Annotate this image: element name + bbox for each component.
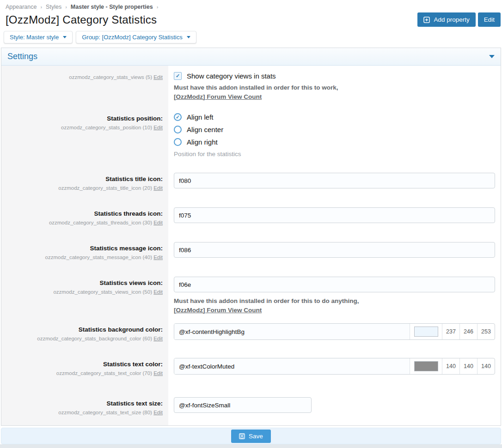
- breadcrumb-appearance[interactable]: Appearance: [6, 4, 37, 10]
- property-row-title-icon: Statistics title icon: ozzmodz_category_…: [1, 168, 501, 202]
- property-label-cell: Statistics text size: ozzmodz_category_s…: [1, 387, 168, 425]
- breadcrumb-current[interactable]: Master style - Style properties: [71, 4, 153, 10]
- text-color-input[interactable]: [174, 358, 410, 374]
- checkbox-checked-icon[interactable]: ✓: [174, 72, 182, 80]
- rgb-red-value: 140: [442, 358, 459, 374]
- property-control-cell: [168, 168, 501, 202]
- add-property-button[interactable]: Add property: [417, 12, 475, 27]
- text-size-input[interactable]: [174, 397, 312, 413]
- radio-label: Align center: [187, 126, 223, 133]
- property-row-text-color: Statistics text color: ozzmodz_category_…: [1, 353, 501, 387]
- property-title: Statistics text size:: [7, 400, 163, 407]
- show-views-checkbox-option[interactable]: ✓ Show category views in stats: [174, 72, 495, 80]
- background-color-input[interactable]: [174, 324, 410, 339]
- property-name: ozzmodz_category_stats_views (5): [69, 74, 152, 80]
- forum-view-count-link[interactable]: [OzzModz] Forum View Count: [174, 307, 262, 314]
- property-edit-link[interactable]: Edit: [153, 74, 163, 80]
- group-selector[interactable]: Group: [OzzModz] Category Statistics: [76, 31, 196, 43]
- style-properties-page: Appearance › Styles › Master style - Sty…: [0, 0, 502, 448]
- color-swatch[interactable]: [414, 361, 438, 371]
- breadcrumb-separator: ›: [65, 4, 67, 10]
- property-control-cell: [168, 387, 501, 425]
- property-row-threads-icon: Statistics threads icon: ozzmodz_categor…: [1, 202, 501, 237]
- property-edit-link[interactable]: Edit: [153, 254, 163, 260]
- color-swatch-cell[interactable]: [410, 324, 442, 339]
- radio-option-align-left[interactable]: ✓ Align left: [174, 113, 495, 121]
- radio-option-align-right[interactable]: Align right: [174, 138, 495, 146]
- rgb-blue-value: 253: [477, 324, 495, 339]
- rgb-blue-value: 140: [477, 358, 495, 374]
- settings-title: Settings: [7, 52, 37, 61]
- edit-button[interactable]: Edit: [478, 12, 501, 27]
- save-button-label: Save: [249, 433, 263, 440]
- property-edit-link[interactable]: Edit: [153, 125, 163, 130]
- save-button[interactable]: Save: [231, 430, 271, 443]
- property-title: Statistics views icon:: [7, 279, 163, 286]
- property-label-cell: Statistics background color: ozzmodz_cat…: [1, 318, 168, 353]
- rgb-green-value: 140: [459, 358, 477, 374]
- settings-block-header[interactable]: Settings: [1, 48, 501, 66]
- footer-save-bar: Save: [1, 428, 501, 444]
- property-control-cell: ✓ Align left Align center Align right Po…: [168, 107, 501, 168]
- hint-text: Must have this addon installed in order …: [174, 297, 359, 304]
- property-title: Statistics message icon:: [7, 245, 163, 252]
- radio-unchecked-icon[interactable]: [174, 138, 182, 146]
- property-row-background-color: Statistics background color: ozzmodz_cat…: [1, 318, 501, 353]
- property-name: ozzmodz_category_stats_position (10): [61, 125, 152, 130]
- forum-view-count-link[interactable]: [OzzModz] Forum View Count: [174, 93, 262, 100]
- property-description: Position for the statistics: [174, 151, 495, 157]
- rgb-red-value: 237: [442, 324, 459, 339]
- property-name: ozzmodz_category_stats_message_icon (40): [45, 254, 152, 260]
- property-label-cell: ozzmodz_category_stats_views (5) Edit: [1, 66, 168, 107]
- property-row-text-size: Statistics text size: ozzmodz_category_s…: [1, 387, 501, 425]
- threads-icon-input[interactable]: [174, 207, 495, 223]
- settings-block: Settings ozzmodz_category_stats_views (5…: [1, 48, 501, 426]
- hint-text: Must have this addon installed in order …: [174, 84, 338, 91]
- views-icon-input[interactable]: [174, 277, 495, 292]
- property-label-cell: Statistics threads icon: ozzmodz_categor…: [1, 202, 168, 237]
- breadcrumb-styles[interactable]: Styles: [46, 4, 61, 10]
- group-selector-label: Group: [OzzModz] Category Statistics: [82, 34, 182, 41]
- property-title: Statistics threads icon:: [7, 210, 163, 217]
- color-input-group: 237 246 253: [174, 323, 495, 340]
- edit-button-label: Edit: [484, 16, 495, 23]
- property-edit-link[interactable]: Edit: [153, 336, 163, 341]
- property-title: Statistics title icon:: [7, 176, 163, 182]
- title-icon-input[interactable]: [174, 173, 495, 188]
- message-icon-input[interactable]: [174, 242, 495, 258]
- property-edit-link[interactable]: Edit: [153, 370, 163, 376]
- property-edit-link[interactable]: Edit: [153, 289, 163, 295]
- property-label-cell: Statistics title icon: ozzmodz_category_…: [1, 168, 168, 202]
- color-input-group: 140 140 140: [174, 358, 495, 375]
- property-label-cell: Statistics position: ozzmodz_category_st…: [1, 107, 168, 168]
- save-floppy-icon: [239, 433, 245, 439]
- property-control-cell: [168, 237, 501, 272]
- rgb-green-value: 246: [459, 324, 477, 339]
- chevron-down-icon: [187, 36, 190, 38]
- style-selector[interactable]: Style: Master style: [4, 31, 73, 43]
- property-edit-link[interactable]: Edit: [153, 220, 163, 225]
- property-control-cell: [168, 202, 501, 237]
- property-control-cell: 237 246 253: [168, 318, 501, 353]
- radio-label: Align right: [187, 138, 218, 146]
- radio-unchecked-icon[interactable]: [174, 126, 182, 133]
- property-name: ozzmodz_category_stats_threads_icon (30): [49, 220, 152, 225]
- property-title: Statistics text color:: [7, 361, 163, 368]
- color-swatch-cell[interactable]: [410, 358, 442, 374]
- property-row-views-icon: Statistics views icon: ozzmodz_category_…: [1, 272, 501, 318]
- chevron-down-icon: [63, 36, 67, 38]
- collapse-toggle-icon[interactable]: [489, 55, 495, 58]
- color-swatch[interactable]: [414, 327, 438, 337]
- property-name: ozzmodz_category_stats_text_color (70): [56, 370, 152, 376]
- property-row-message-icon: Statistics message icon: ozzmodz_categor…: [1, 237, 501, 272]
- checkbox-label: Show category views in stats: [187, 72, 276, 80]
- radio-checked-icon[interactable]: ✓: [174, 113, 182, 121]
- page-title: [OzzModz] Category Statistics: [6, 13, 157, 26]
- property-name: ozzmodz_category_stats_text_size (80): [58, 410, 152, 415]
- property-edit-link[interactable]: Edit: [153, 185, 163, 191]
- radio-option-align-center[interactable]: Align center: [174, 126, 495, 133]
- add-property-label: Add property: [434, 16, 469, 23]
- title-bar: [OzzModz] Category Statistics Add proper…: [0, 10, 502, 31]
- property-edit-link[interactable]: Edit: [153, 410, 163, 415]
- property-name: ozzmodz_category_stats_background_color …: [37, 336, 152, 341]
